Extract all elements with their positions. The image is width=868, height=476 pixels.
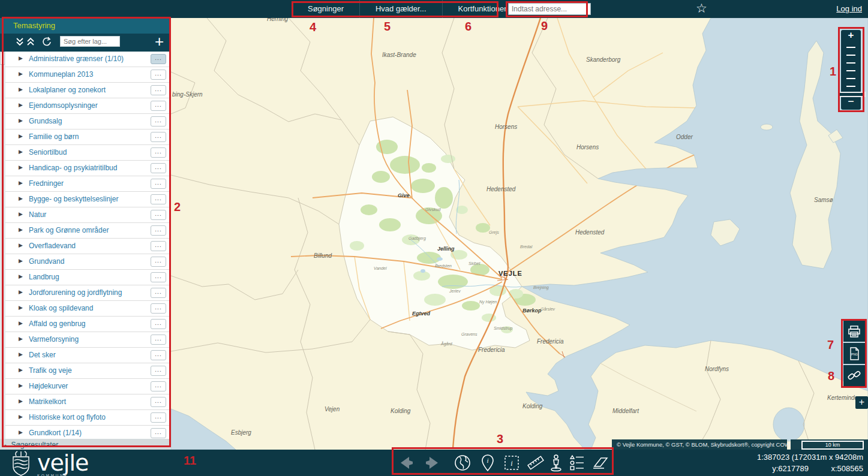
layer-label[interactable]: Affald og genbrug bbox=[29, 320, 86, 328]
add-layer-button[interactable]: + bbox=[155, 32, 164, 51]
layer-expander-icon[interactable]: ▶ bbox=[19, 211, 23, 217]
layer-expander-icon[interactable]: ▶ bbox=[19, 71, 23, 77]
layer-row[interactable]: ▶Familie og børn... bbox=[5, 129, 171, 145]
layer-expander-icon[interactable]: ▶ bbox=[19, 398, 23, 404]
layer-label[interactable]: Handicap- og psykiatritilbud bbox=[29, 164, 117, 172]
layer-menu-button[interactable]: ... bbox=[151, 70, 166, 80]
layer-label[interactable]: Bygge- og beskyttelseslinjer bbox=[29, 195, 118, 203]
zoom-in-button[interactable]: + bbox=[841, 30, 861, 40]
layer-row[interactable]: ▶Kommuneplan 2013... bbox=[5, 67, 171, 83]
street-view-button[interactable] bbox=[546, 453, 566, 473]
layer-row[interactable]: ▶Ejendomsoplysninger... bbox=[5, 98, 171, 114]
layer-menu-button[interactable]: ... bbox=[151, 303, 166, 314]
layer-menu-button[interactable]: ... bbox=[151, 85, 166, 95]
layer-menu-button[interactable]: ... bbox=[151, 147, 166, 158]
layer-menu-button[interactable]: ... bbox=[151, 381, 166, 391]
layer-expander-icon[interactable]: ▶ bbox=[19, 414, 23, 420]
layer-label[interactable]: Administrative grænser (1/10) bbox=[29, 55, 124, 63]
print-button[interactable] bbox=[843, 321, 865, 342]
zoom-level-tick[interactable] bbox=[846, 86, 855, 87]
layer-row[interactable]: ▶Varmeforsyning... bbox=[5, 332, 171, 348]
layer-menu-button[interactable]: ... bbox=[151, 412, 166, 423]
menu-item-2[interactable]: Hvad gælder... bbox=[359, 0, 442, 18]
layer-label[interactable]: Park og Grønne områder bbox=[29, 226, 109, 234]
layer-expander-icon[interactable]: ▶ bbox=[19, 86, 23, 92]
layer-menu-button[interactable]: ... bbox=[151, 288, 166, 298]
expand-map-button[interactable]: + bbox=[855, 396, 868, 409]
history-back-button[interactable] bbox=[396, 453, 416, 473]
layer-label[interactable]: Jordforurening og jordflytning bbox=[29, 288, 122, 297]
layer-row[interactable]: ▶Natur... bbox=[5, 207, 171, 223]
layer-row[interactable]: ▶Grundkort (1/14)... bbox=[5, 426, 171, 439]
layer-menu-button[interactable]: ... bbox=[151, 257, 166, 267]
menu-item-1[interactable]: Søgninger bbox=[292, 0, 359, 18]
layer-expander-icon[interactable]: ▶ bbox=[19, 242, 23, 248]
layer-expander-icon[interactable]: ▶ bbox=[19, 102, 23, 108]
layer-row[interactable]: ▶Handicap- og psykiatritilbud... bbox=[5, 161, 171, 176]
layer-label[interactable]: Seniortilbud bbox=[29, 148, 67, 156]
layer-scrollbar[interactable] bbox=[0, 52, 5, 439]
layer-label[interactable]: Lokalplaner og zonekort bbox=[29, 86, 106, 94]
layer-label[interactable]: Landbrug bbox=[29, 273, 59, 281]
layer-expander-icon[interactable]: ▶ bbox=[19, 258, 23, 264]
layer-row[interactable]: ▶Park og Grønne områder... bbox=[5, 223, 171, 239]
layer-expander-icon[interactable]: ▶ bbox=[19, 289, 23, 295]
layer-row[interactable]: ▶Seniortilbud... bbox=[5, 145, 171, 161]
layer-expander-icon[interactable]: ▶ bbox=[19, 227, 23, 233]
layer-menu-button[interactable]: ... bbox=[151, 225, 166, 236]
measure-button[interactable] bbox=[525, 453, 546, 473]
layer-row[interactable]: ▶Højdekurver... bbox=[5, 379, 171, 394]
layer-expander-icon[interactable]: ▶ bbox=[19, 305, 23, 311]
layer-menu-button[interactable]: ... bbox=[151, 241, 166, 251]
history-forward-button[interactable] bbox=[422, 453, 443, 473]
collapse-all-button[interactable] bbox=[14, 36, 25, 48]
zoom-level-tick[interactable] bbox=[846, 47, 855, 48]
layer-label[interactable]: Matrikelkort bbox=[29, 397, 66, 406]
info-area-select-button[interactable]: i bbox=[501, 453, 522, 473]
refresh-layers-button[interactable] bbox=[41, 36, 53, 49]
info-point-button[interactable]: i bbox=[477, 453, 498, 473]
layer-label[interactable]: Det sker bbox=[29, 351, 56, 359]
share-link-button[interactable] bbox=[843, 365, 865, 386]
layer-row[interactable]: ▶Grundvand... bbox=[5, 254, 171, 270]
export-png-button[interactable]: PNG bbox=[843, 343, 865, 364]
layer-row[interactable]: ▶Administrative grænser (1/10)... bbox=[5, 52, 171, 67]
layer-menu-button[interactable]: ... bbox=[151, 210, 166, 220]
layer-label[interactable]: Familie og børn bbox=[29, 132, 79, 141]
layer-row[interactable]: ▶Overfladevand... bbox=[5, 239, 171, 254]
layer-menu-button[interactable]: ... bbox=[151, 101, 166, 111]
layer-label[interactable]: Kloak og spildevand bbox=[29, 304, 93, 312]
layer-menu-button[interactable]: ... bbox=[151, 179, 166, 189]
layer-expander-icon[interactable]: ▶ bbox=[19, 336, 23, 342]
layer-expander-icon[interactable]: ▶ bbox=[19, 118, 23, 123]
layer-expander-icon[interactable]: ▶ bbox=[19, 133, 23, 139]
layer-search-input[interactable] bbox=[60, 36, 120, 47]
zoom-out-button[interactable]: − bbox=[841, 95, 861, 108]
layer-row[interactable]: ▶Landbrug... bbox=[5, 270, 171, 285]
layer-menu-button[interactable]: ... bbox=[151, 350, 166, 360]
layer-label[interactable]: Kommuneplan 2013 bbox=[29, 70, 93, 79]
zoom-level-tick[interactable] bbox=[846, 62, 855, 64]
layer-label[interactable]: Overfladevand bbox=[29, 242, 76, 250]
layer-menu-button[interactable]: ... bbox=[151, 366, 166, 376]
layer-expander-icon[interactable]: ▶ bbox=[19, 320, 23, 326]
layer-expander-icon[interactable]: ▶ bbox=[19, 164, 23, 170]
layer-expander-icon[interactable]: ▶ bbox=[19, 149, 23, 155]
expand-all-button[interactable] bbox=[25, 36, 36, 48]
layer-expander-icon[interactable]: ▶ bbox=[19, 273, 23, 279]
map-canvas[interactable]: Herningbing-SkjernIkast-BrandeSkanderbor… bbox=[171, 18, 868, 450]
layer-row[interactable]: ▶Det sker... bbox=[5, 348, 171, 363]
layer-menu-button[interactable]: ... bbox=[151, 163, 166, 173]
login-link[interactable]: Log ind bbox=[836, 4, 862, 13]
search-results-bar[interactable]: ▸Søgeresultater bbox=[0, 439, 171, 451]
layer-row[interactable]: ▶Lokalplaner og zonekort... bbox=[5, 83, 171, 98]
layer-menu-button[interactable]: ... bbox=[151, 194, 166, 204]
layer-row[interactable]: ▶Fredninger... bbox=[5, 176, 171, 192]
layer-label[interactable]: Varmeforsyning bbox=[29, 335, 79, 344]
layer-row[interactable]: ▶Kloak og spildevand... bbox=[5, 301, 171, 317]
layer-menu-button[interactable]: ... bbox=[151, 116, 166, 126]
address-search-input[interactable] bbox=[508, 3, 591, 15]
layer-expander-icon[interactable]: ▶ bbox=[19, 180, 23, 186]
favorite-star-icon[interactable]: ☆ bbox=[696, 1, 707, 16]
layer-label[interactable]: Ejendomsoplysninger bbox=[29, 101, 98, 110]
